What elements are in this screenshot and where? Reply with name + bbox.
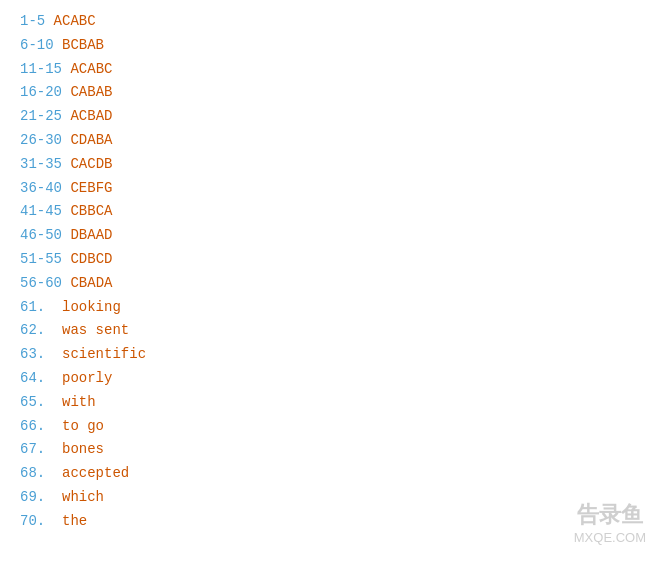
qa-answer-text: poorly (62, 370, 112, 386)
range-answer-text: ACABC (70, 61, 112, 77)
watermark-top: 告录鱼 (574, 500, 646, 530)
qa-number: 69. (20, 489, 62, 505)
qa-answer-text: scientific (62, 346, 146, 362)
range-answer-text: CABAB (70, 84, 112, 100)
qa-answer-line: 70. the (20, 510, 646, 534)
qa-answer-line: 68. accepted (20, 462, 646, 486)
qa-number: 68. (20, 465, 62, 481)
range-answer-line: 26-30 CDABA (20, 129, 646, 153)
range-answer-text: ACBAD (70, 108, 112, 124)
range-answer-line: 36-40 CEBFG (20, 177, 646, 201)
range-number: 21-25 (20, 108, 70, 124)
qa-answer-line: 64. poorly (20, 367, 646, 391)
range-answer-line: 41-45 CBBCA (20, 200, 646, 224)
range-number: 46-50 (20, 227, 70, 243)
qa-answer-line: 69. which (20, 486, 646, 510)
qa-number: 62. (20, 322, 62, 338)
range-number: 41-45 (20, 203, 70, 219)
qa-number: 64. (20, 370, 62, 386)
range-number: 26-30 (20, 132, 70, 148)
qa-number: 70. (20, 513, 62, 529)
range-number: 51-55 (20, 251, 70, 267)
qa-answer-line: 61. looking (20, 296, 646, 320)
range-number: 56-60 (20, 275, 70, 291)
range-answer-text: ACABC (54, 13, 96, 29)
range-answer-text: CACDB (70, 156, 112, 172)
qa-number: 65. (20, 394, 62, 410)
range-answer-line: 11-15 ACABC (20, 58, 646, 82)
main-content: 1-5 ACABC6-10 BCBAB11-15 ACABC16-20 CABA… (0, 0, 666, 544)
range-answer-text: BCBAB (62, 37, 104, 53)
qa-number: 61. (20, 299, 62, 315)
qa-answer-text: with (62, 394, 96, 410)
range-answer-text: CEBFG (70, 180, 112, 196)
qa-answer-text: was sent (62, 322, 129, 338)
range-answer-text: DBAAD (70, 227, 112, 243)
range-answer-line: 1-5 ACABC (20, 10, 646, 34)
range-number: 16-20 (20, 84, 70, 100)
range-answer-line: 6-10 BCBAB (20, 34, 646, 58)
range-answer-text: CDABA (70, 132, 112, 148)
range-answer-text: CBADA (70, 275, 112, 291)
qa-answer-line: 62. was sent (20, 319, 646, 343)
range-answer-line: 46-50 DBAAD (20, 224, 646, 248)
qa-number: 67. (20, 441, 62, 457)
range-answers-section: 1-5 ACABC6-10 BCBAB11-15 ACABC16-20 CABA… (20, 10, 646, 296)
qa-answer-line: 67. bones (20, 438, 646, 462)
range-answer-line: 56-60 CBADA (20, 272, 646, 296)
qa-answer-line: 66. to go (20, 415, 646, 439)
qa-answer-text: the (62, 513, 87, 529)
qa-number: 66. (20, 418, 62, 434)
range-answer-text: CDBCD (70, 251, 112, 267)
qa-answer-text: looking (62, 299, 121, 315)
range-answer-text: CBBCA (70, 203, 112, 219)
range-answer-line: 31-35 CACDB (20, 153, 646, 177)
qa-answer-text: accepted (62, 465, 129, 481)
range-number: 36-40 (20, 180, 70, 196)
qa-answer-text: which (62, 489, 104, 505)
qa-answer-text: bones (62, 441, 104, 457)
range-number: 6-10 (20, 37, 62, 53)
watermark: 告录鱼 MXQE.COM (574, 500, 646, 545)
range-answer-line: 21-25 ACBAD (20, 105, 646, 129)
watermark-bottom: MXQE.COM (574, 530, 646, 545)
range-answer-line: 51-55 CDBCD (20, 248, 646, 272)
range-number: 11-15 (20, 61, 70, 77)
range-number: 1-5 (20, 13, 54, 29)
qa-answers-section: 61. looking62. was sent63. scientific64.… (20, 296, 646, 534)
range-number: 31-35 (20, 156, 70, 172)
range-answer-line: 16-20 CABAB (20, 81, 646, 105)
qa-answer-line: 63. scientific (20, 343, 646, 367)
qa-answer-line: 65. with (20, 391, 646, 415)
qa-answer-text: to go (62, 418, 104, 434)
qa-number: 63. (20, 346, 62, 362)
